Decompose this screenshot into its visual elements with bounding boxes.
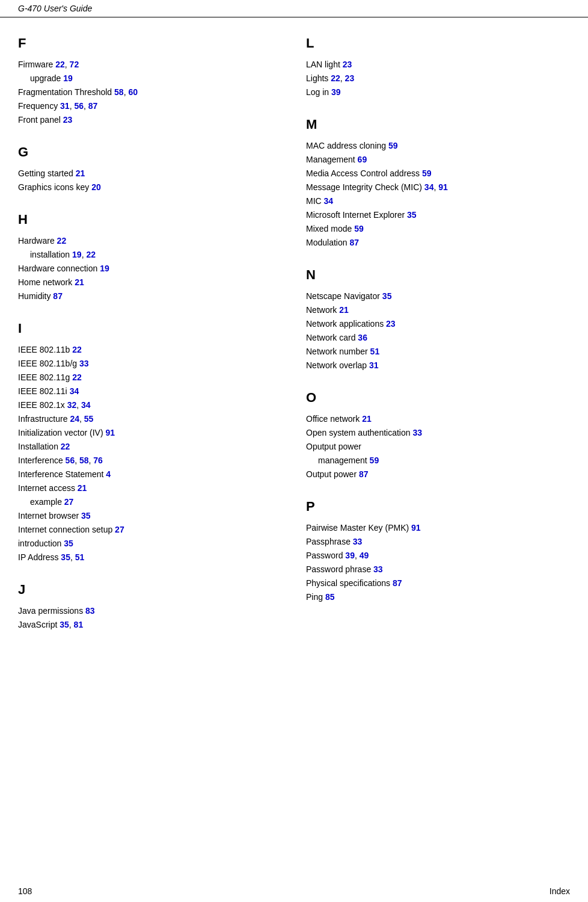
index-link[interactable]: 23 bbox=[345, 73, 355, 83]
index-link[interactable]: 56 bbox=[74, 101, 84, 111]
index-link[interactable]: 34 bbox=[81, 400, 91, 410]
index-link[interactable]: 87 bbox=[349, 238, 359, 247]
entry-text: upgrade bbox=[30, 73, 63, 83]
index-link[interactable]: 27 bbox=[115, 525, 124, 534]
entry-text: Installation bbox=[18, 442, 61, 451]
index-link[interactable]: 83 bbox=[85, 606, 95, 616]
entry-text: Output power bbox=[306, 469, 359, 479]
index-link[interactable]: 36 bbox=[358, 333, 367, 342]
index-section: HHardware 22installation 19, 22Hardware … bbox=[18, 212, 282, 303]
index-link[interactable]: 24 bbox=[70, 414, 79, 424]
index-link[interactable]: 55 bbox=[84, 414, 94, 424]
entry-text: MAC address cloning bbox=[306, 141, 388, 150]
index-link[interactable]: 34 bbox=[70, 386, 79, 396]
section-letter: P bbox=[306, 499, 570, 514]
entry-text: Humidity bbox=[18, 291, 53, 301]
index-link[interactable]: 23 bbox=[63, 115, 73, 125]
index-entry: introduction 35 bbox=[18, 537, 282, 550]
entry-text: IEEE 802.11b bbox=[18, 345, 72, 354]
index-link[interactable]: 85 bbox=[325, 592, 335, 602]
index-link[interactable]: 35 bbox=[61, 552, 70, 562]
index-link[interactable]: 27 bbox=[64, 497, 74, 507]
index-link[interactable]: 34 bbox=[424, 182, 434, 192]
index-link[interactable]: 19 bbox=[63, 73, 73, 83]
entry-text: management bbox=[318, 456, 370, 465]
index-entry: Firmware 22, 72 bbox=[18, 58, 282, 71]
index-link[interactable]: 22 bbox=[55, 60, 65, 69]
section-letter: N bbox=[306, 267, 570, 283]
index-link[interactable]: 59 bbox=[388, 141, 398, 150]
index-link[interactable]: 49 bbox=[360, 551, 369, 560]
index-link[interactable]: 20 bbox=[91, 182, 101, 192]
index-link[interactable]: 31 bbox=[369, 360, 379, 370]
entry-text: Office network bbox=[306, 414, 362, 424]
index-link[interactable]: 21 bbox=[76, 168, 85, 178]
entry-text: Graphics icons key bbox=[18, 182, 91, 192]
index-link[interactable]: 91 bbox=[106, 428, 115, 437]
index-link[interactable]: 23 bbox=[386, 319, 396, 329]
index-entry: IEEE 802.11b/g 33 bbox=[18, 357, 282, 370]
index-link[interactable]: 76 bbox=[93, 456, 103, 465]
index-link[interactable]: 23 bbox=[343, 60, 352, 69]
index-link[interactable]: 87 bbox=[393, 578, 402, 588]
index-link[interactable]: 59 bbox=[370, 456, 379, 465]
index-entry: Passphrase 33 bbox=[306, 536, 570, 548]
index-entry: Infrastructure 24, 55 bbox=[18, 413, 282, 425]
index-link[interactable]: 19 bbox=[72, 250, 82, 259]
entry-text: IEEE 802.11b/g bbox=[18, 359, 79, 368]
entry-text: Interference bbox=[18, 456, 66, 465]
index-link[interactable]: 35 bbox=[60, 620, 69, 629]
index-link[interactable]: 21 bbox=[78, 483, 87, 493]
index-link[interactable]: 72 bbox=[70, 60, 79, 69]
index-link[interactable]: 22 bbox=[61, 442, 70, 451]
index-link[interactable]: 31 bbox=[60, 101, 70, 111]
index-link[interactable]: 19 bbox=[100, 264, 109, 273]
index-entry: Java permissions 83 bbox=[18, 605, 282, 617]
index-link[interactable]: 58 bbox=[79, 456, 89, 465]
index-link[interactable]: 21 bbox=[75, 277, 84, 287]
index-entry: Network overlap 31 bbox=[306, 359, 570, 372]
index-link[interactable]: 91 bbox=[411, 523, 421, 533]
index-link[interactable]: 60 bbox=[128, 87, 138, 97]
index-link[interactable]: 81 bbox=[74, 620, 84, 629]
index-link[interactable]: 56 bbox=[66, 456, 75, 465]
index-link[interactable]: 21 bbox=[362, 414, 372, 424]
section-letter: O bbox=[306, 390, 570, 406]
index-link[interactable]: 87 bbox=[359, 469, 369, 479]
index-link[interactable]: 58 bbox=[114, 87, 124, 97]
index-link[interactable]: 22 bbox=[72, 372, 82, 382]
index-link[interactable]: 22 bbox=[57, 236, 67, 246]
index-link[interactable]: 87 bbox=[53, 291, 63, 301]
index-link[interactable]: 39 bbox=[331, 87, 341, 97]
index-link[interactable]: 22 bbox=[331, 73, 340, 83]
index-link[interactable]: 34 bbox=[324, 196, 334, 206]
index-link[interactable]: 59 bbox=[354, 224, 364, 233]
index-link[interactable]: 35 bbox=[382, 291, 392, 301]
index-entry: Office network 21 bbox=[306, 413, 570, 425]
index-link[interactable]: 91 bbox=[438, 182, 448, 192]
index-link[interactable]: 22 bbox=[86, 250, 96, 259]
index-link[interactable]: 51 bbox=[370, 347, 380, 356]
index-link[interactable]: 35 bbox=[81, 511, 91, 521]
index-link[interactable]: 35 bbox=[64, 539, 73, 548]
index-link[interactable]: 39 bbox=[345, 551, 355, 560]
index-link[interactable]: 22 bbox=[72, 345, 82, 354]
entry-text: Password bbox=[306, 551, 345, 560]
index-link[interactable]: 33 bbox=[353, 537, 363, 546]
index-link[interactable]: 51 bbox=[75, 552, 85, 562]
entry-text: installation bbox=[30, 250, 72, 259]
index-link[interactable]: 35 bbox=[407, 210, 417, 220]
index-link[interactable]: 69 bbox=[358, 155, 367, 164]
index-entry: Ping 85 bbox=[306, 591, 570, 604]
index-link[interactable]: 59 bbox=[422, 168, 432, 178]
index-link[interactable]: 33 bbox=[79, 359, 89, 368]
index-link[interactable]: 87 bbox=[88, 101, 98, 111]
index-link[interactable]: 33 bbox=[412, 428, 422, 437]
index-entry: Interference 56, 58, 76 bbox=[18, 454, 282, 467]
entry-text: Network card bbox=[306, 333, 358, 342]
index-link[interactable]: 21 bbox=[339, 305, 349, 315]
index-link[interactable]: 4 bbox=[106, 469, 111, 479]
index-link[interactable]: 33 bbox=[373, 564, 383, 574]
index-link[interactable]: 32 bbox=[67, 400, 77, 410]
index-entry: IEEE 802.11b 22 bbox=[18, 344, 282, 356]
